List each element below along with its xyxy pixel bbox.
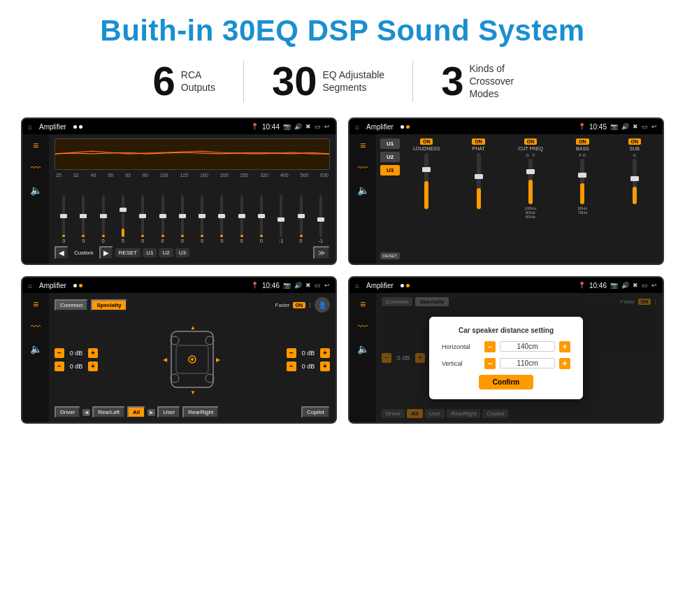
user-btn[interactable]: User	[157, 406, 180, 418]
eq-icon-3[interactable]: ≡	[33, 299, 38, 310]
home-icon-3[interactable]: ⌂	[28, 282, 32, 289]
horizontal-plus[interactable]: +	[559, 341, 570, 352]
minus-btn-3[interactable]: −	[287, 348, 296, 358]
speaker-icon-2[interactable]: 🔈	[357, 185, 369, 196]
cutfreq-group: ON CUT FREQ G F 100Hz 80Hz 60Hz	[507, 138, 554, 259]
wave-icon-4[interactable]: 〰	[358, 321, 368, 332]
minus-btn-4[interactable]: −	[287, 361, 296, 371]
wave-icon-3[interactable]: 〰	[31, 321, 41, 332]
horizontal-label: Horizontal	[442, 343, 480, 350]
minus-btn-2[interactable]: −	[55, 361, 64, 371]
all-btn[interactable]: All	[127, 406, 145, 418]
driver-btn[interactable]: Driver	[55, 406, 80, 418]
wave-icon[interactable]: 〰	[31, 162, 41, 173]
plus-btn-1[interactable]: +	[88, 348, 98, 358]
eq-slider-0[interactable]: 0	[55, 195, 73, 243]
cross-reset[interactable]: RESET	[380, 252, 400, 259]
wifi-icon-1: ✖	[305, 123, 311, 130]
reset-btn[interactable]: RESET	[115, 248, 141, 257]
specialty-tab[interactable]: Specialty	[91, 299, 127, 311]
sub-on[interactable]: ON	[628, 138, 642, 145]
prev-btn[interactable]: ◀	[55, 246, 68, 259]
arrow-left-btn[interactable]: ◀	[82, 409, 90, 416]
eq-icon-4[interactable]: ≡	[360, 299, 366, 310]
home-icon-4[interactable]: ⌂	[355, 282, 359, 289]
rearright-btn[interactable]: RearRight	[182, 406, 219, 418]
u2-preset[interactable]: U2	[380, 152, 400, 162]
next-btn[interactable]: ▶	[99, 246, 113, 259]
fader-right: − 0 dB + − 0 dB +	[287, 315, 330, 403]
eq-slider-3[interactable]: 5	[114, 195, 132, 243]
loudness-on[interactable]: ON	[420, 138, 433, 145]
eq-slider-4[interactable]: 0	[134, 195, 152, 243]
eq-slider-13[interactable]: -1	[312, 195, 330, 243]
cutfreq-slider[interactable]	[528, 159, 533, 204]
location-icon-1: 📍	[251, 123, 259, 130]
eq-slider-6[interactable]: 0	[173, 195, 192, 243]
phat-on[interactable]: ON	[472, 138, 485, 145]
u2-btn[interactable]: U2	[159, 248, 173, 257]
speaker-icon[interactable]: 🔈	[30, 185, 42, 196]
eq-icon[interactable]: ≡	[33, 140, 38, 151]
screen4-content: ≡ 〰 🔈 Common Specialty Fader ON ⫶	[349, 293, 663, 422]
back-icon-2[interactable]: ↩	[651, 123, 657, 130]
plus-btn-2[interactable]: +	[88, 361, 98, 371]
common-tab[interactable]: Common	[55, 299, 88, 311]
eq-freq-labels: 25 32 40 50 63 80 100 125 160 200 250 32…	[55, 173, 330, 178]
u1-btn[interactable]: U1	[143, 248, 157, 257]
db-val-1: 0 dB	[66, 350, 86, 357]
bass-on[interactable]: ON	[576, 138, 589, 145]
dialog-title: Car speaker distance setting	[442, 327, 570, 334]
back-icon-3[interactable]: ↩	[324, 282, 330, 289]
status-right-2: 📍 10:45 📷 🔊 ✖ ▭ ↩	[578, 123, 657, 131]
expand-btn[interactable]: ≫	[313, 246, 330, 259]
u3-preset[interactable]: U3	[380, 165, 400, 176]
freq-630: 630	[320, 173, 329, 178]
eq-slider-12[interactable]: 0	[291, 195, 310, 243]
back-icon-4[interactable]: ↩	[651, 282, 657, 289]
fader-on[interactable]: ON	[293, 302, 306, 308]
location-icon-4: 📍	[578, 282, 586, 289]
wave-icon-2[interactable]: 〰	[358, 162, 368, 173]
back-icon-1[interactable]: ↩	[324, 123, 330, 130]
eq-slider-11[interactable]: -1	[272, 195, 290, 243]
db-row-1: − 0 dB +	[55, 348, 98, 358]
speaker-icon-4[interactable]: 🔈	[357, 343, 369, 354]
plus-btn-4[interactable]: +	[320, 361, 330, 371]
copilot-btn[interactable]: Copilot	[301, 406, 330, 418]
eq-slider-9[interactable]: 0	[233, 195, 251, 243]
svg-text:◀: ◀	[163, 357, 168, 363]
eq-slider-2[interactable]: 0	[94, 195, 113, 243]
screen3-content: ≡ 〰 🔈 Common Specialty Fader ON ⫶ 👤	[22, 293, 336, 422]
vertical-plus[interactable]: +	[559, 358, 570, 369]
user-icon[interactable]: 👤	[315, 297, 330, 313]
status-right-4: 📍 10:46 📷 🔊 ✖ ▭ ↩	[578, 282, 657, 289]
rearleft-btn[interactable]: RearLeft	[92, 406, 125, 418]
horizontal-minus[interactable]: −	[484, 341, 496, 352]
eq-slider-1[interactable]: 0	[74, 195, 92, 243]
loudness-slider[interactable]	[424, 153, 428, 209]
u1-preset[interactable]: U1	[380, 138, 400, 149]
confirm-button[interactable]: Confirm	[479, 375, 533, 389]
home-icon-2[interactable]: ⌂	[355, 123, 359, 131]
eq-slider-5[interactable]: 0	[153, 195, 171, 243]
plus-btn-3[interactable]: +	[320, 348, 330, 358]
cutfreq-on[interactable]: ON	[524, 138, 538, 145]
bass-slider[interactable]	[580, 159, 584, 204]
u3-btn[interactable]: U3	[175, 248, 189, 257]
eq-slider-10[interactable]: 0	[252, 195, 271, 243]
eq-bottom-btns: ◀ Custom ▶ RESET U1 U2 U3 ≫	[55, 246, 330, 259]
eq-slider-7[interactable]: 0	[193, 195, 211, 243]
battery-icon-3: ▭	[315, 282, 321, 289]
status-bar-3: ⌂ Amplifier 📍 10:46 📷 🔊 ✖ ▭ ↩	[22, 278, 336, 293]
eq-slider-8[interactable]: 0	[212, 195, 231, 243]
home-icon-1[interactable]: ⌂	[28, 123, 32, 131]
speaker-icon-3[interactable]: 🔈	[30, 343, 42, 354]
vertical-minus[interactable]: −	[484, 358, 496, 369]
sub-slider[interactable]	[633, 159, 637, 204]
arrow-right-btn[interactable]: ▶	[147, 409, 155, 416]
minus-btn-1[interactable]: −	[55, 348, 64, 358]
camera-icon-4: 📷	[610, 282, 618, 289]
eq-icon-2[interactable]: ≡	[360, 140, 366, 151]
phat-slider[interactable]	[477, 153, 481, 209]
